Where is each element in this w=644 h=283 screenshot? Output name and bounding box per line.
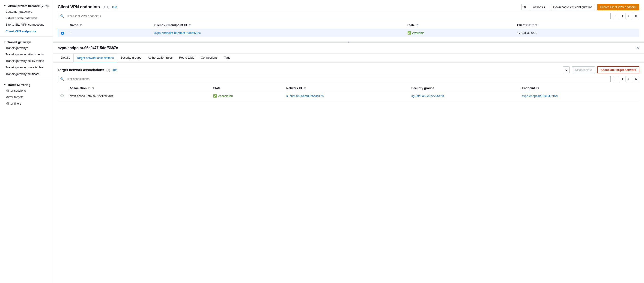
inner-panel: Target network associations (1) Info ↻ D… [53, 63, 644, 283]
sidebar-item-site-to-site[interactable]: Site-to-Site VPN connections [0, 22, 53, 28]
top-toolbar: ↻ Actions ▾ Download client configuratio… [522, 4, 640, 11]
col-endpoint-id-header: Client VPN endpoint ID ▽ [152, 22, 404, 29]
bottom-panel: cvpn-endpoint-06e947f15ddf5687c ✕ Detail… [53, 43, 644, 283]
sidebar-item-transit-gateways[interactable]: Transit gateways [0, 45, 53, 51]
sidebar-section-transit-header[interactable]: ▼ Transit gateways [0, 39, 53, 45]
sidebar-section-transit: ▼ Transit gateways Transit gateways Tran… [0, 39, 53, 77]
endpoint-id-link[interactable]: cvpn-endpoint-06e947f15ddf5687c [154, 31, 201, 35]
close-button[interactable]: ✕ [636, 46, 640, 51]
inner-info-link[interactable]: Info [112, 68, 118, 72]
endpoints-table: Name ▽ Client VPN endpoint ID ▽ State ▽ [58, 22, 640, 37]
bottom-panel-title: cvpn-endpoint-06e947f15ddf5687c [58, 46, 118, 50]
refresh-button[interactable]: ↻ [522, 4, 528, 11]
status-assoc-icon: ✅ [213, 94, 217, 98]
row-state: ✅ Available [404, 29, 514, 37]
prev-page-button[interactable]: ‹ [613, 13, 619, 19]
col-cidr-header: Client CIDR ▽ [514, 22, 640, 29]
inner-refresh-button[interactable]: ↻ [563, 67, 570, 73]
tab-security-groups[interactable]: Security groups [117, 54, 144, 62]
radio-selected-icon [61, 32, 64, 35]
inner-endpoint-id-link[interactable]: cvpn-endpoint-06e947f15d [522, 94, 558, 98]
sidebar-item-customer-gateways[interactable]: Customer gateways [0, 9, 53, 15]
inner-col-network-id-header: Network ID ▽ [284, 85, 408, 92]
inner-search-input[interactable] [66, 77, 608, 81]
tab-route-table[interactable]: Route table [176, 54, 198, 62]
status-associated: ✅ Associated [213, 94, 281, 98]
sidebar: ▼ Virtual private network (VPN) Customer… [0, 0, 53, 283]
inner-sort-icon-2: ▽ [304, 87, 306, 90]
sidebar-item-tgw-policy-tables[interactable]: Transit gateway policy tables [0, 58, 53, 64]
sort-icon-4: ▽ [535, 24, 537, 27]
sidebar-section-vpn-header[interactable]: ▼ Virtual private network (VPN) [0, 2, 53, 9]
tab-connections[interactable]: Connections [198, 54, 221, 62]
bottom-panel-header: cvpn-endpoint-06e947f15ddf5687c ✕ [53, 43, 644, 54]
inner-row-radio[interactable] [58, 92, 67, 100]
sort-icon-3: ▽ [416, 24, 418, 27]
row-name: – [67, 29, 152, 37]
sidebar-item-virtual-private-gateways[interactable]: Virtual private gateways [0, 15, 53, 22]
col-name-header: Name ▽ [67, 22, 152, 29]
status-check-icon: ✅ [407, 31, 411, 35]
chevron-down-icon-2: ▼ [4, 41, 6, 43]
chevron-down-icon: ▼ [4, 5, 6, 7]
inner-row-assoc-id: cvpn-assoc-0bf639762212d5a04 [67, 92, 210, 100]
associate-label: Associate target network [600, 68, 636, 72]
create-label: Create client VPN endpoint [600, 5, 636, 9]
sidebar-item-mirror-targets[interactable]: Mirror targets [0, 94, 53, 100]
security-group-link[interactable]: sg-09d2a80e3c2795429 [412, 94, 444, 98]
inner-search-bar: 🔍 [58, 76, 610, 82]
tab-tags[interactable]: Tags [221, 54, 234, 62]
actions-button[interactable]: Actions ▾ [530, 4, 548, 11]
sidebar-divider-1 [0, 37, 53, 37]
search-icon: 🔍 [60, 14, 64, 18]
inner-table-container: Association ID ▽ State Network ID ▽ [58, 85, 640, 100]
sidebar-item-client-vpn-endpoints[interactable]: Client VPN endpoints [0, 28, 53, 35]
search-input[interactable] [66, 14, 608, 18]
download-config-button[interactable]: Download client configuration [550, 4, 595, 11]
inner-sort-icon: ▽ [92, 87, 94, 90]
col-state-header: State ▽ [404, 22, 514, 29]
info-link[interactable]: Info [112, 5, 117, 9]
chevron-down-icon-actions: ▾ [544, 5, 545, 9]
next-page-button[interactable]: › [626, 13, 632, 19]
row-radio[interactable] [58, 29, 67, 37]
chevron-down-icon-3: ▼ [4, 84, 6, 86]
radio-empty-icon [60, 94, 64, 97]
disassociate-button[interactable]: Disassociate [572, 67, 595, 73]
inner-column-settings-button[interactable]: ⚙ [633, 76, 640, 82]
top-panel: Client VPN endpoints (1/1) Info ↻ Action… [53, 0, 644, 41]
sidebar-item-mirror-sessions[interactable]: Mirror sessions [0, 88, 53, 94]
resize-handle[interactable]: ≡ [53, 41, 644, 43]
main-content: Client VPN endpoints (1/1) Info ↻ Action… [53, 0, 644, 283]
sidebar-section-transit-label: Transit gateways [8, 40, 32, 44]
sidebar-item-tgw-multicast[interactable]: Transit gateway multicast [0, 71, 53, 77]
tab-target-network[interactable]: Target network associations [73, 54, 117, 62]
inner-prev-page-button[interactable]: ‹ [613, 76, 619, 82]
inner-next-page-button[interactable]: › [626, 76, 632, 82]
create-endpoint-button[interactable]: Create client VPN endpoint [597, 4, 640, 11]
inner-search-icon: 🔍 [60, 77, 64, 81]
row-endpoint-id: cvpn-endpoint-06e947f15ddf5687c [152, 29, 404, 37]
col-check-header [58, 22, 67, 29]
disassociate-label: Disassociate [575, 68, 592, 72]
network-id-link[interactable]: subnet-0596ebfd975cdd125 [286, 94, 324, 98]
sidebar-section-mirroring-header[interactable]: ▼ Traffic Mirroring [0, 81, 53, 88]
sort-icon-2: ▽ [189, 24, 190, 27]
sidebar-section-mirroring: ▼ Traffic Mirroring Mirror sessions Mirr… [0, 81, 53, 107]
tab-authorization-rules[interactable]: Authorization rules [144, 54, 176, 62]
column-settings-button[interactable]: ⚙ [633, 13, 640, 19]
associate-button[interactable]: Associate target network [597, 66, 640, 73]
inner-row-endpoint-id: cvpn-endpoint-06e947f15d [519, 92, 640, 100]
page-number: 1 [620, 14, 624, 18]
sidebar-section-vpn: ▼ Virtual private network (VPN) Customer… [0, 2, 53, 35]
sidebar-item-mirror-filters[interactable]: Mirror filters [0, 100, 53, 107]
page-title: Client VPN endpoints [58, 5, 100, 10]
table-row[interactable]: cvpn-assoc-0bf639762212d5a04 ✅ Associate… [58, 92, 640, 100]
table-row[interactable]: – cvpn-endpoint-06e947f15ddf5687c ✅ Avai… [58, 29, 640, 37]
tab-details[interactable]: Details [58, 54, 73, 62]
sidebar-item-tgw-route-tables[interactable]: Transit gateway route tables [0, 64, 53, 71]
inner-col-security-groups-header: Security groups [409, 85, 519, 92]
status-available: ✅ Available [407, 31, 512, 35]
sidebar-item-tgw-attachments[interactable]: Transit gateway attachments [0, 51, 53, 58]
inner-col-endpoint-id-header: Endpoint ID [519, 85, 640, 92]
